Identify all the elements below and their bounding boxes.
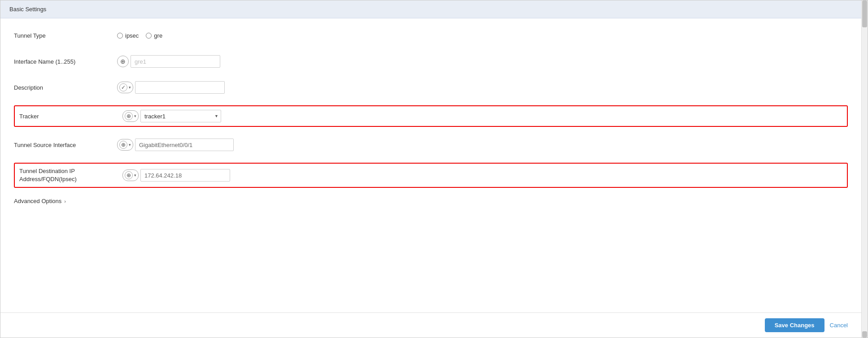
tunnel-dest-globe-icon: ⊕ (125, 171, 133, 179)
radio-gre[interactable]: gre (146, 32, 162, 39)
radio-gre-input[interactable] (146, 33, 152, 39)
tunnel-dest-icon-btn[interactable]: ⊕ ▾ (122, 169, 139, 181)
tunnel-source-row: Tunnel Source Interface ⊕ ▾ (14, 137, 848, 153)
interface-name-input[interactable] (131, 55, 220, 68)
tunnel-source-controls: ⊕ ▾ (117, 139, 234, 151)
section-title: Basic Settings (9, 6, 46, 13)
section-header: Basic Settings (0, 0, 868, 18)
tracker-arrow-icon: ▾ (134, 114, 136, 118)
description-check-icon: ✓ (119, 83, 127, 91)
description-input[interactable] (135, 81, 225, 94)
tracker-select-wrapper: tracker1 (140, 110, 221, 122)
tracker-select[interactable]: tracker1 (140, 110, 221, 122)
cancel-button[interactable]: Cancel (830, 322, 848, 329)
tunnel-source-icon-btn[interactable]: ⊕ ▾ (117, 139, 133, 151)
description-row: Description ✓ ▾ (14, 79, 848, 95)
tunnel-source-input[interactable] (135, 139, 234, 151)
scrollbar[interactable] (861, 0, 868, 338)
tunnel-source-arrow-icon: ▾ (129, 143, 131, 147)
tunnel-destination-row: Tunnel Destination IP Address/FQDN(Ipsec… (14, 163, 848, 188)
tunnel-destination-controls: ⊕ ▾ (122, 169, 230, 182)
radio-ipsec-label: ipsec (125, 32, 139, 39)
footer: Save Changes Cancel (0, 312, 868, 338)
interface-name-controls: ⊕ (117, 55, 220, 68)
tracker-label: Tracker (19, 113, 122, 120)
interface-name-label: Interface Name (1..255) (14, 58, 117, 65)
tunnel-type-radio-group: ipsec gre (117, 32, 162, 39)
description-icon-btn[interactable]: ✓ ▾ (117, 82, 133, 93)
tracker-controls: ⊕ ▾ tracker1 (122, 110, 221, 122)
tunnel-type-label: Tunnel Type (14, 32, 117, 39)
main-content: Tunnel Type ipsec gre Interface Name (1.… (0, 18, 868, 312)
save-changes-button[interactable]: Save Changes (765, 318, 824, 332)
interface-name-globe-icon[interactable]: ⊕ (117, 56, 129, 67)
page-container: Basic Settings Tunnel Type ipsec gre Int… (0, 0, 868, 338)
scrollbar-thumb-bottom[interactable] (862, 331, 867, 338)
tunnel-type-row: Tunnel Type ipsec gre (14, 27, 848, 43)
tracker-globe-icon: ⊕ (125, 112, 133, 120)
radio-gre-label: gre (154, 32, 162, 39)
radio-ipsec-input[interactable] (117, 33, 123, 39)
tunnel-destination-input[interactable] (140, 169, 230, 182)
tunnel-source-label: Tunnel Source Interface (14, 142, 117, 148)
description-label: Description (14, 84, 117, 91)
tunnel-source-globe-icon: ⊕ (119, 141, 127, 149)
description-controls: ✓ ▾ (117, 81, 225, 94)
description-arrow-icon: ▾ (129, 85, 131, 90)
advanced-options[interactable]: Advanced Options › (14, 198, 848, 204)
tunnel-dest-arrow-icon: ▾ (134, 173, 136, 178)
tunnel-destination-label: Tunnel Destination IP Address/FQDN(Ipsec… (19, 167, 122, 183)
radio-ipsec[interactable]: ipsec (117, 32, 139, 39)
interface-name-row: Interface Name (1..255) ⊕ (14, 53, 848, 69)
advanced-options-label: Advanced Options (14, 198, 61, 204)
tracker-row: Tracker ⊕ ▾ tracker1 (14, 105, 848, 127)
advanced-options-chevron-icon: › (64, 199, 66, 204)
scrollbar-thumb[interactable] (862, 0, 867, 27)
tracker-icon-btn[interactable]: ⊕ ▾ (122, 110, 139, 122)
